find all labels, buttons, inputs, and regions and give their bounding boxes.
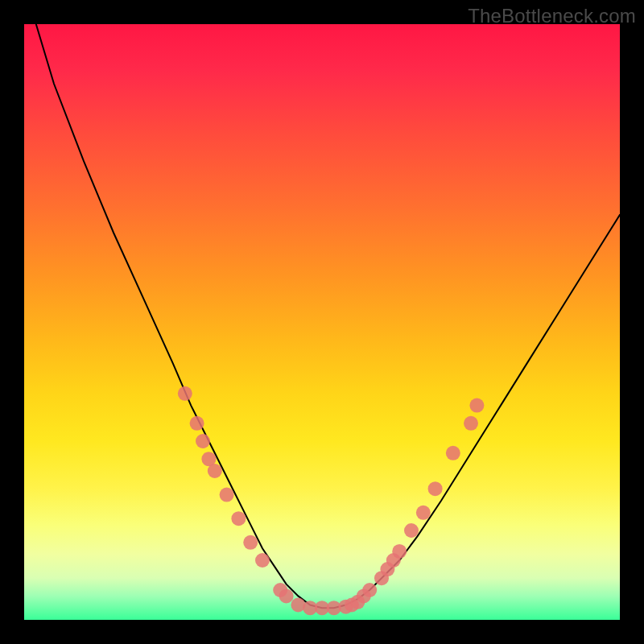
curve-path <box>36 24 620 608</box>
marker-dot <box>178 386 192 401</box>
bottleneck-curve <box>36 24 620 608</box>
marker-dot <box>231 511 246 526</box>
marker-dot <box>362 583 377 597</box>
marker-dot <box>220 488 234 502</box>
chart-svg <box>24 24 620 620</box>
marker-dot <box>208 464 222 478</box>
marker-dot <box>404 523 419 538</box>
marker-dot <box>243 535 258 550</box>
marker-dot <box>190 416 204 431</box>
watermark-text: TheBottleneck.com <box>468 5 636 27</box>
marker-dot <box>196 434 210 448</box>
marker-dots <box>178 386 485 615</box>
marker-dot <box>446 446 460 460</box>
marker-dot <box>464 416 478 431</box>
marker-dot <box>392 544 407 559</box>
marker-dot <box>428 481 443 496</box>
marker-dot <box>279 588 294 603</box>
marker-dot <box>469 398 484 413</box>
chart-frame: TheBottleneck.com <box>0 0 644 644</box>
marker-dot <box>255 553 270 568</box>
marker-dot <box>416 506 431 520</box>
plot-area <box>24 24 620 620</box>
